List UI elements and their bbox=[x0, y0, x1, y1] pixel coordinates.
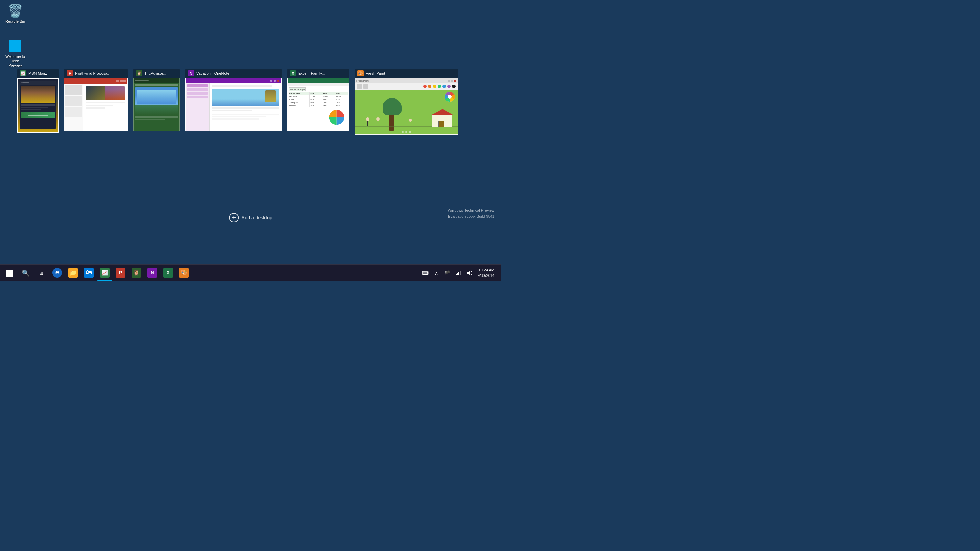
clock-time: 10:24 AM bbox=[479, 268, 495, 273]
taskbar-file-explorer[interactable]: 📁 bbox=[65, 266, 81, 281]
watermark: Windows Technical Preview Evaluation cop… bbox=[448, 208, 495, 219]
chevron-up-icon[interactable]: ∧ bbox=[431, 268, 441, 278]
taskbar-ie[interactable]: e bbox=[49, 266, 65, 281]
window-titlebar-msn: 📈 MSN Mon... bbox=[17, 69, 59, 78]
start-button[interactable] bbox=[2, 266, 17, 281]
task-view-button[interactable]: ⊞ bbox=[34, 266, 49, 281]
svg-rect-6 bbox=[460, 271, 461, 276]
svg-line-8 bbox=[471, 271, 472, 272]
system-tray: ⌨ ∧ 🏴 10:24 AM 9/30/2014 bbox=[420, 268, 499, 278]
file-explorer-icon: 📁 bbox=[68, 268, 78, 277]
taskbar-tripadvisor[interactable]: 🦉 bbox=[129, 266, 144, 281]
recycle-bin-icon[interactable]: 🗑️ Recycle Bin bbox=[3, 3, 27, 25]
add-desktop-button[interactable]: + Add a desktop bbox=[229, 213, 272, 223]
task-window-excel[interactable]: X Excel - Family... Family Budget Catego… bbox=[287, 69, 349, 131]
excel-title: Excel - Family... bbox=[298, 71, 325, 75]
recycle-bin-image: 🗑️ bbox=[8, 4, 22, 18]
tripadvisor-app-icon: 🦉 bbox=[136, 70, 142, 76]
fresh-paint-app-icon: 🎨 bbox=[358, 70, 364, 76]
volume-icon[interactable] bbox=[465, 268, 474, 278]
onenote-title: Vacation - OneNote bbox=[196, 71, 229, 75]
msn-money-preview bbox=[17, 78, 59, 133]
task-switcher: 📈 MSN Mon... bbox=[17, 69, 484, 135]
taskbar-ppt-icon: P bbox=[116, 268, 125, 277]
window-titlebar-excel: X Excel - Family... bbox=[287, 69, 349, 78]
watermark-line2: Evaluation copy. Build 9841 bbox=[448, 213, 495, 219]
taskbar-onenote-icon: N bbox=[147, 268, 157, 277]
window-titlebar-northwind: P Northwind Proposa... bbox=[64, 69, 128, 78]
welcome-icon-image bbox=[8, 39, 22, 53]
svg-rect-4 bbox=[457, 273, 458, 276]
network-signal-icon[interactable] bbox=[453, 268, 463, 278]
excel-app-icon: X bbox=[290, 70, 296, 76]
taskbar-powerpoint[interactable]: P bbox=[113, 266, 128, 281]
svg-rect-3 bbox=[455, 274, 457, 276]
msn-money-app-icon: 📈 bbox=[20, 70, 26, 76]
window-titlebar-fresh-paint: 🎨 Fresh Paint bbox=[355, 69, 458, 78]
taskbar-tripadvisor-icon: 🦉 bbox=[132, 268, 141, 277]
task-window-msn-money[interactable]: 📈 MSN Mon... bbox=[17, 69, 59, 133]
task-view-icon: ⊞ bbox=[39, 270, 43, 276]
onenote-app-icon: N bbox=[188, 70, 194, 76]
task-window-tripadvisor[interactable]: 🦉 TripAdvisor... bbox=[133, 69, 180, 131]
task-window-fresh-paint[interactable]: 🎨 Fresh Paint Fresh Paint bbox=[355, 69, 458, 135]
fresh-paint-title: Fresh Paint bbox=[366, 71, 385, 75]
desktop: 🗑️ Recycle Bin Welcome to Tech Preview 📈… bbox=[0, 0, 501, 253]
svg-rect-5 bbox=[458, 272, 459, 276]
search-button[interactable]: 🔍 bbox=[18, 266, 33, 281]
taskbar-fresh-paint[interactable]: 🎨 bbox=[176, 266, 191, 281]
taskbar-windows-store[interactable]: 🛍 bbox=[81, 266, 96, 281]
system-clock[interactable]: 10:24 AM 9/30/2014 bbox=[476, 268, 496, 278]
northwind-title: Northwind Proposa... bbox=[75, 71, 111, 75]
welcome-icon-label: Welcome to Tech Preview bbox=[4, 54, 26, 68]
add-desktop-label: Add a desktop bbox=[241, 215, 272, 220]
svg-line-10 bbox=[471, 274, 472, 275]
northwind-preview bbox=[64, 78, 128, 131]
window-titlebar-tripadvisor: 🦉 TripAdvisor... bbox=[133, 69, 180, 78]
tripadvisor-preview bbox=[133, 78, 180, 131]
taskbar-msn-icon: 📈 bbox=[100, 268, 110, 277]
keyboard-icon[interactable]: ⌨ bbox=[420, 268, 430, 278]
search-icon: 🔍 bbox=[22, 269, 29, 277]
excel-pie-chart bbox=[327, 108, 346, 127]
taskbar-excel-icon: X bbox=[163, 268, 173, 277]
windows-logo bbox=[6, 270, 13, 277]
watermark-line1: Windows Technical Preview bbox=[448, 208, 495, 213]
flag-icon[interactable]: 🏴 bbox=[442, 268, 452, 278]
welcome-tech-preview-icon[interactable]: Welcome to Tech Preview bbox=[3, 38, 27, 70]
task-window-northwind[interactable]: P Northwind Proposa... bbox=[64, 69, 128, 131]
recycle-bin-label: Recycle Bin bbox=[5, 19, 25, 24]
fresh-paint-preview: Fresh Paint bbox=[355, 78, 458, 135]
onenote-preview bbox=[185, 78, 282, 131]
excel-preview: Family Budget Categories Jan Feb Mar Hou… bbox=[287, 78, 349, 131]
taskbar-msn-money[interactable]: 📈 bbox=[97, 266, 112, 281]
msn-money-title: MSN Mon... bbox=[28, 71, 48, 75]
windows-store-icon: 🛍 bbox=[84, 268, 94, 277]
tripadvisor-title: TripAdvisor... bbox=[144, 71, 166, 75]
window-titlebar-onenote: N Vacation - OneNote bbox=[185, 69, 282, 78]
clock-date: 9/30/2014 bbox=[477, 273, 495, 278]
taskbar-excel[interactable]: X bbox=[161, 266, 176, 281]
taskbar: 🔍 ⊞ e 📁 🛍 📈 P 🦉 N X 🎨 ⌨ ∧ 🏴 bbox=[0, 264, 501, 281]
ie-icon: e bbox=[52, 268, 62, 277]
svg-marker-7 bbox=[467, 271, 470, 275]
task-window-onenote[interactable]: N Vacation - OneNote bbox=[185, 69, 282, 131]
add-desktop-circle-icon: + bbox=[229, 213, 239, 223]
powerpoint-app-icon: P bbox=[67, 70, 73, 76]
taskbar-onenote[interactable]: N bbox=[145, 266, 160, 281]
svg-point-2 bbox=[448, 95, 452, 99]
taskbar-freshpaint-icon: 🎨 bbox=[179, 268, 189, 277]
